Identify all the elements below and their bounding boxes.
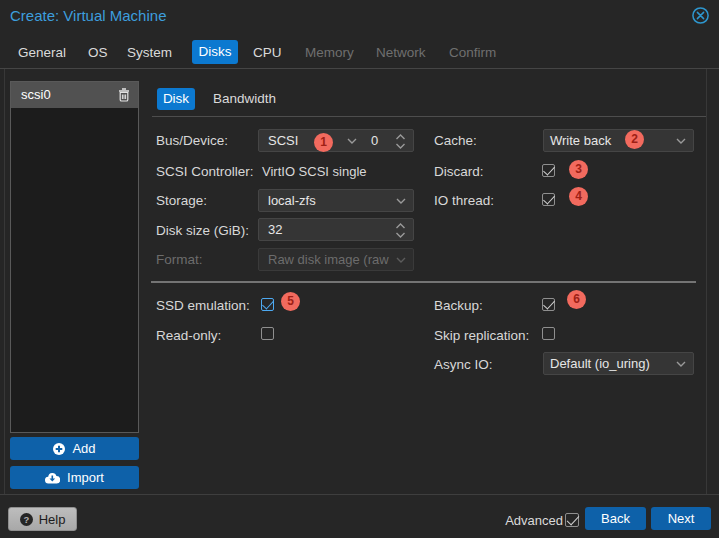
chevron-down-icon: [676, 361, 686, 367]
cache-select[interactable]: Write back: [543, 129, 694, 152]
annotation-4: 4: [569, 187, 588, 206]
advanced-label: Advanced: [463, 514, 563, 528]
spinner-arrows-icon[interactable]: [395, 133, 406, 150]
async-io-select[interactable]: Default (io_uring): [543, 352, 694, 375]
trash-icon[interactable]: [118, 88, 130, 102]
tab-system[interactable]: System: [127, 44, 172, 61]
scsi-controller-value: VirtIO SCSI single: [262, 164, 367, 179]
annotation-3: 3: [569, 160, 588, 179]
tab-os[interactable]: OS: [88, 44, 108, 61]
tab-disks[interactable]: Disks: [192, 40, 238, 64]
annotation-5: 5: [281, 292, 300, 311]
ssd-emulation-label: SSD emulation:: [156, 298, 250, 313]
disk-size-spinner[interactable]: 32: [258, 218, 414, 241]
disk-size-label: Disk size (GiB):: [156, 223, 249, 238]
tab-cpu[interactable]: CPU: [253, 44, 282, 61]
chevron-down-icon: [396, 198, 406, 204]
discard-checkbox[interactable]: [542, 164, 555, 177]
discard-label: Discard:: [434, 164, 484, 179]
format-label: Format:: [156, 252, 203, 267]
add-button[interactable]: Add: [10, 437, 139, 460]
annotation-6: 6: [567, 290, 586, 309]
subtab-disk[interactable]: Disk: [157, 88, 195, 110]
tab-general[interactable]: General: [18, 44, 66, 61]
svg-text:?: ?: [23, 513, 29, 524]
question-circle-icon: ?: [20, 513, 33, 526]
help-button-label: Help: [39, 512, 66, 527]
advanced-divider: [151, 281, 696, 283]
advanced-checkbox[interactable]: [565, 513, 579, 527]
back-button-label: Back: [601, 511, 630, 526]
bus-device-label: Bus/Device:: [156, 133, 228, 148]
annotation-2: 2: [625, 130, 644, 149]
cache-label: Cache:: [434, 133, 477, 148]
next-button-label: Next: [668, 511, 695, 526]
bus-device-field: SCSI 0: [258, 129, 414, 152]
import-button[interactable]: Import: [10, 466, 139, 489]
storage-select[interactable]: local-zfs: [258, 189, 414, 212]
skip-replication-label: Skip replication:: [434, 328, 529, 343]
add-button-label: Add: [72, 441, 95, 456]
skip-replication-checkbox[interactable]: [542, 327, 555, 340]
subtab-bandwidth[interactable]: Bandwidth: [213, 91, 276, 107]
scsi-controller-label: SCSI Controller:: [156, 164, 254, 179]
cloud-import-icon: [45, 472, 60, 483]
format-select: Raw disk image (raw: [258, 248, 414, 271]
help-button[interactable]: ? Help: [8, 507, 77, 531]
read-only-checkbox[interactable]: [261, 327, 274, 340]
footer-divider: [0, 494, 719, 495]
spinner-arrows-icon[interactable]: [395, 222, 406, 239]
storage-label: Storage:: [156, 193, 207, 208]
format-value: Raw disk image (raw: [268, 249, 389, 270]
io-thread-label: IO thread:: [434, 193, 494, 208]
disk-name: scsi0: [21, 88, 51, 102]
read-only-label: Read-only:: [156, 328, 221, 343]
list-item-scsi0[interactable]: scsi0: [11, 82, 138, 108]
backup-checkbox[interactable]: [542, 298, 555, 311]
disk-list: scsi0: [10, 81, 139, 433]
storage-value: local-zfs: [268, 190, 316, 211]
create-vm-dialog: Create: Virtual Machine General OS Syste…: [0, 0, 719, 538]
disk-size-value: 32: [268, 219, 282, 240]
chevron-down-icon[interactable]: [347, 138, 357, 144]
tab-network[interactable]: Network: [376, 44, 426, 61]
bus-number-spinner[interactable]: 0: [371, 130, 378, 151]
close-icon[interactable]: [692, 7, 709, 24]
subtab-divider: [152, 116, 706, 117]
plus-circle-icon: [53, 443, 65, 455]
chevron-down-icon: [396, 257, 406, 263]
async-io-value: Default (io_uring): [550, 353, 650, 374]
backup-label: Backup:: [434, 298, 483, 313]
ssd-emulation-checkbox[interactable]: [261, 298, 274, 311]
chevron-down-icon: [676, 138, 686, 144]
io-thread-checkbox[interactable]: [542, 193, 555, 206]
import-button-label: Import: [67, 470, 104, 485]
cache-value: Write back: [550, 130, 611, 151]
back-button[interactable]: Back: [585, 507, 646, 530]
tab-confirm[interactable]: Confirm: [449, 44, 496, 61]
bus-device-select[interactable]: SCSI: [268, 130, 298, 151]
annotation-1: 1: [314, 133, 333, 152]
tab-memory[interactable]: Memory: [305, 44, 354, 61]
next-button[interactable]: Next: [651, 507, 711, 530]
dialog-title: Create: Virtual Machine: [10, 7, 166, 24]
async-io-label: Async IO:: [434, 357, 493, 372]
